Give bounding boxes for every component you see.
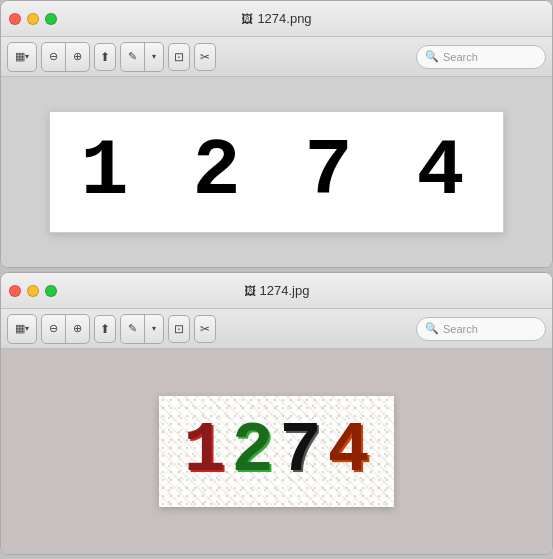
crop-icon-jpg: ⊡ xyxy=(174,322,184,336)
zoom-in-icon: ⊕ xyxy=(73,50,82,63)
zoom-out-icon-jpg: ⊖ xyxy=(49,322,58,335)
toolbar-png: ▦ ▾ ⊖ ⊕ ⬆ ✎ ▾ xyxy=(1,37,552,77)
zoom-out-icon: ⊖ xyxy=(49,50,58,63)
digit-4: 4 xyxy=(328,412,370,491)
share-icon-jpg: ⬆ xyxy=(100,322,110,336)
content-area-png: 1 2 7 4 xyxy=(1,77,552,267)
digit-1: 1 xyxy=(183,412,225,491)
sidebar-toggle-group-jpg[interactable]: ▦ ▾ xyxy=(7,314,37,344)
pen-arrow-icon-jpg: ▾ xyxy=(152,324,156,333)
sidebar-toggle-btn-jpg[interactable]: ▦ ▾ xyxy=(8,315,36,343)
zoom-in-btn-jpg[interactable]: ⊕ xyxy=(66,315,89,343)
share-btn-jpg[interactable]: ⬆ xyxy=(94,315,116,343)
content-area-jpg: 1 2 7 4 xyxy=(1,349,552,554)
title-text-jpg: 1274.jpg xyxy=(260,283,310,298)
titlebar-png: 🖼 1274.png xyxy=(1,1,552,37)
share-btn[interactable]: ⬆ xyxy=(94,43,116,71)
minimize-button[interactable] xyxy=(27,13,39,25)
sidebar-toggle-group[interactable]: ▦ ▾ xyxy=(7,42,37,72)
window-title-png: 🖼 1274.png xyxy=(241,11,311,26)
zoom-out-btn[interactable]: ⊖ xyxy=(42,43,66,71)
zoom-group[interactable]: ⊖ ⊕ xyxy=(41,42,90,72)
search-placeholder: Search xyxy=(443,51,478,63)
search-box-jpg[interactable]: 🔍 Search xyxy=(416,317,546,341)
window-png: 🖼 1274.png ▦ ▾ ⊖ ⊕ ⬆ xyxy=(0,0,553,268)
window-controls-png xyxy=(9,13,57,25)
file-icon-png: 🖼 xyxy=(241,12,253,26)
crop-btn-jpg[interactable]: ⊡ xyxy=(168,315,190,343)
titlebar-jpg: 🖼 1274.jpg xyxy=(1,273,552,309)
window-controls-jpg xyxy=(9,285,57,297)
numbers-display-png: 1 2 7 4 xyxy=(80,132,472,212)
pen-arrow-btn[interactable]: ▾ xyxy=(145,43,163,71)
toolbar-jpg: ▦ ▾ ⊖ ⊕ ⬆ ✎ ▾ xyxy=(1,309,552,349)
pen-icon: ✎ xyxy=(128,50,137,63)
maximize-button[interactable] xyxy=(45,13,57,25)
search-box-png[interactable]: 🔍 Search xyxy=(416,45,546,69)
image-frame-jpg: 1 2 7 4 xyxy=(159,396,393,507)
markup-icon: ✂ xyxy=(200,50,210,64)
close-button[interactable] xyxy=(9,13,21,25)
title-text-png: 1274.png xyxy=(257,11,311,26)
markup-btn-jpg[interactable]: ✂ xyxy=(194,315,216,343)
pen-btn[interactable]: ✎ xyxy=(121,43,145,71)
digit-2: 2 xyxy=(231,412,273,491)
pen-arrow-btn-jpg[interactable]: ▾ xyxy=(145,315,163,343)
sidebar-toggle-btn[interactable]: ▦ ▾ xyxy=(8,43,36,71)
markup-btn[interactable]: ✂ xyxy=(194,43,216,71)
image-frame-png: 1 2 7 4 xyxy=(49,111,503,233)
zoom-in-icon-jpg: ⊕ xyxy=(73,322,82,335)
markup-icon-jpg: ✂ xyxy=(200,322,210,336)
numbers-display-jpg: 1 2 7 4 xyxy=(183,412,369,491)
window-jpg: 🖼 1274.jpg ▦ ▾ ⊖ ⊕ ⬆ xyxy=(0,272,553,555)
pen-btn-jpg[interactable]: ✎ xyxy=(121,315,145,343)
sidebar-icon-jpg: ▦ xyxy=(15,322,25,335)
crop-icon: ⊡ xyxy=(174,50,184,64)
zoom-group-jpg[interactable]: ⊖ ⊕ xyxy=(41,314,90,344)
minimize-button-jpg[interactable] xyxy=(27,285,39,297)
search-placeholder-jpg: Search xyxy=(443,323,478,335)
pen-icon-jpg: ✎ xyxy=(128,322,137,335)
zoom-out-btn-jpg[interactable]: ⊖ xyxy=(42,315,66,343)
sidebar-icon: ▦ xyxy=(15,50,25,63)
close-button-jpg[interactable] xyxy=(9,285,21,297)
search-icon: 🔍 xyxy=(425,50,439,63)
maximize-button-jpg[interactable] xyxy=(45,285,57,297)
pen-arrow-icon: ▾ xyxy=(152,52,156,61)
share-icon: ⬆ xyxy=(100,50,110,64)
window-title-jpg: 🖼 1274.jpg xyxy=(244,283,310,298)
file-icon-jpg: 🖼 xyxy=(244,284,256,298)
sidebar-arrow-icon: ▾ xyxy=(25,52,29,61)
zoom-in-btn[interactable]: ⊕ xyxy=(66,43,89,71)
digit-7: 7 xyxy=(280,412,322,491)
sidebar-arrow-icon-jpg: ▾ xyxy=(25,324,29,333)
pen-group[interactable]: ✎ ▾ xyxy=(120,42,164,72)
pen-group-jpg[interactable]: ✎ ▾ xyxy=(120,314,164,344)
crop-btn[interactable]: ⊡ xyxy=(168,43,190,71)
search-icon-jpg: 🔍 xyxy=(425,322,439,335)
